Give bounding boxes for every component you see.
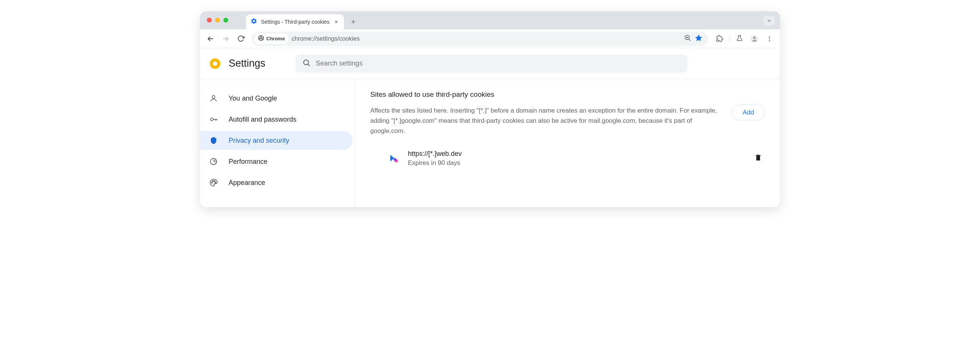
sidebar: You and Google Autofill and passwords Pr… (200, 79, 355, 207)
close-window-button[interactable] (207, 18, 212, 22)
toolbar: Chrome chrome://settings/cookies (200, 29, 780, 48)
traffic-lights (207, 18, 228, 22)
close-tab-button[interactable] (333, 19, 339, 25)
svg-point-36 (214, 181, 215, 182)
sidebar-item-performance[interactable]: Performance (200, 152, 353, 171)
new-tab-button[interactable] (348, 16, 359, 27)
sidebar-item-autofill[interactable]: Autofill and passwords (200, 110, 353, 129)
browser-window: Settings - Third-party cookies (200, 11, 780, 207)
svg-point-28 (210, 118, 213, 121)
sidebar-item-label: Privacy and security (229, 137, 289, 145)
section-description: Affects the sites listed here. Inserting… (370, 105, 723, 136)
toolbar-right (713, 32, 776, 46)
svg-point-39 (394, 158, 396, 161)
settings-gear-icon (250, 18, 257, 26)
svg-point-25 (304, 60, 309, 65)
delete-site-button[interactable] (751, 150, 765, 166)
speedometer-icon (209, 157, 218, 166)
svg-point-21 (769, 40, 770, 41)
page-title: Settings (229, 57, 266, 69)
zoom-icon[interactable] (684, 34, 692, 43)
sidebar-item-label: Performance (229, 158, 267, 166)
chrome-menu-button[interactable] (763, 32, 776, 46)
svg-point-18 (753, 37, 756, 39)
svg-point-20 (769, 38, 770, 39)
site-row: https://[*.]web.dev Expires in 90 days (370, 143, 765, 167)
sidebar-item-you-and-google[interactable]: You and Google (200, 89, 353, 108)
url-text: chrome://settings/cookies (291, 35, 681, 42)
svg-point-19 (769, 36, 770, 37)
tab-title: Settings - Third-party cookies (261, 19, 329, 25)
settings-header: Settings (200, 48, 780, 79)
svg-point-34 (211, 182, 212, 183)
titlebar: Settings - Third-party cookies (200, 11, 780, 29)
svg-point-27 (212, 96, 215, 98)
tab-dropdown-button[interactable] (764, 16, 775, 25)
extensions-button[interactable] (713, 32, 726, 46)
palette-icon (209, 178, 218, 187)
svg-line-26 (308, 64, 310, 66)
person-icon (209, 94, 218, 103)
chrome-chip: Chrome (254, 33, 288, 44)
labs-button[interactable] (733, 32, 746, 46)
settings-logo-icon (209, 57, 221, 70)
toolbar-divider (729, 35, 730, 43)
omnibox-actions (684, 34, 706, 44)
sidebar-item-label: You and Google (229, 94, 277, 102)
shield-icon (209, 136, 218, 145)
site-url: https://[*.]web.dev (408, 150, 743, 158)
main-panel: Sites allowed to use third-party cookies… (355, 79, 780, 207)
reload-button[interactable] (234, 32, 247, 46)
svg-line-10 (259, 38, 260, 39)
forward-button[interactable] (219, 32, 232, 46)
site-expiry: Expires in 90 days (408, 159, 743, 167)
chrome-icon (258, 35, 264, 42)
maximize-window-button[interactable] (223, 18, 228, 22)
svg-marker-15 (695, 34, 702, 41)
section-title: Sites allowed to use third-party cookies (370, 90, 723, 99)
search-settings-input[interactable] (316, 59, 681, 67)
address-bar[interactable]: Chrome chrome://settings/cookies (252, 32, 708, 46)
search-icon (302, 59, 311, 68)
bookmark-star-icon[interactable] (695, 34, 703, 44)
svg-point-35 (212, 181, 213, 182)
add-button[interactable]: Add (732, 105, 765, 121)
content: You and Google Autofill and passwords Pr… (200, 79, 780, 207)
chrome-chip-label: Chrome (266, 36, 285, 41)
section-header: Sites allowed to use third-party cookies… (370, 90, 765, 136)
back-button[interactable] (204, 32, 217, 46)
search-settings[interactable] (296, 54, 687, 73)
svg-line-9 (262, 38, 263, 39)
svg-point-7 (260, 37, 262, 39)
profile-button[interactable] (748, 32, 761, 46)
svg-line-12 (689, 39, 691, 41)
browser-tab[interactable]: Settings - Third-party cookies (246, 14, 344, 29)
site-favicon-icon (388, 152, 399, 164)
sidebar-item-privacy[interactable]: Privacy and security (200, 131, 353, 150)
svg-point-37 (215, 182, 216, 183)
minimize-window-button[interactable] (215, 18, 220, 22)
sidebar-item-label: Autofill and passwords (229, 116, 296, 124)
sidebar-item-label: Appearance (229, 179, 265, 187)
sidebar-item-appearance[interactable]: Appearance (200, 173, 353, 192)
key-icon (209, 115, 218, 124)
site-info: https://[*.]web.dev Expires in 90 days (408, 150, 743, 167)
